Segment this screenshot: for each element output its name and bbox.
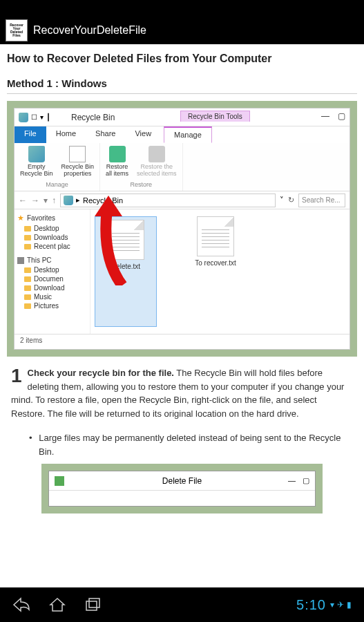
step-1-text: 1 Check your recycle bin for the file. T… [7, 357, 357, 426]
article-content[interactable]: How to Recover Deleted Files from Your C… [0, 44, 364, 587]
tutorial-arrow-annotation [88, 196, 129, 285]
sidebar-thispc-header[interactable]: This PC [17, 256, 87, 264]
sidebar-favorites-group: ★ Favorites Desktop Downloads Recent pla… [17, 214, 87, 251]
recycle-bin-icon [19, 113, 28, 122]
recycle-bin-properties-button[interactable]: Recycle Bin properties [61, 146, 95, 180]
explorer-sidebar: ★ Favorites Desktop Downloads Recent pla… [15, 209, 90, 334]
tab-file[interactable]: File [15, 126, 46, 143]
nav-dropdown-icon[interactable]: ▾ [44, 196, 48, 205]
status-icons: ▾ ✈ ▮ [330, 600, 352, 610]
contextual-tab-label: Recycle Bin Tools [180, 111, 250, 122]
screenshot-1: ☐ ▾ ┃ Recycle Bin Recycle Bin Tools — ▢ … [7, 101, 357, 357]
app-header: Recover Your Deleted Files RecoverYourDe… [0, 17, 364, 44]
qat-dropdown-icon: ▾ [40, 113, 44, 121]
recents-button[interactable] [84, 597, 102, 612]
method-title: Method 1 : Windows [7, 77, 357, 94]
delete-file-dialog: Delete File — ▢ [48, 471, 316, 507]
group-label-manage: Manage [20, 181, 94, 188]
dialog-title: Delete File [162, 476, 202, 486]
folder-icon [24, 244, 31, 249]
svg-rect-0 [86, 601, 97, 610]
file-label: To recover.txt [195, 259, 236, 267]
wifi-icon: ▾ [330, 600, 334, 610]
properties-label: Recycle Bin properties [61, 164, 95, 178]
restore-selected-button[interactable]: Restore the selected items [137, 146, 177, 180]
nav-buttons [12, 597, 102, 612]
sidebar-thispc-group: This PC Desktop Documen Download Music P… [17, 256, 87, 310]
dialog-icon [55, 476, 64, 486]
sidebar-item-documents[interactable]: Documen [17, 274, 87, 283]
restore-all-button[interactable]: Restore all items [106, 146, 128, 180]
titlebar-left: ☐ ▾ ┃ [15, 113, 50, 122]
properties-icon [69, 146, 86, 162]
text-file-icon [197, 216, 234, 256]
group-label-restore: Restore [106, 181, 177, 188]
ribbon: Empty Recycle Bin Recycle Bin properties… [15, 143, 349, 191]
restore-all-icon [109, 146, 126, 162]
sidebar-item-pc-desktop[interactable]: Desktop [17, 265, 87, 274]
sidebar-item-music[interactable]: Music [17, 292, 87, 301]
tab-share[interactable]: Share [86, 126, 125, 143]
pc-icon [17, 257, 24, 264]
ribbon-group-restore: Restore all items Restore the selected i… [100, 143, 183, 191]
refresh-icon[interactable]: ↻ [288, 196, 294, 205]
clock: 5:10 [296, 597, 326, 613]
screenshot-2: Delete File — ▢ [41, 464, 323, 513]
tab-home[interactable]: Home [46, 126, 86, 143]
folder-icon [24, 303, 31, 309]
device-status-bar [0, 0, 364, 17]
folder-icon [24, 235, 31, 241]
minimize-icon[interactable]: — [288, 476, 296, 485]
app-icon-text: Recover Your Deleted Files [6, 23, 27, 37]
star-icon: ★ [17, 214, 24, 223]
sidebar-favorites-header[interactable]: ★ Favorites [17, 214, 87, 223]
sidebar-item-recent[interactable]: Recent plac [17, 242, 87, 251]
file-pane[interactable]: Delete.txt To recover.txt [90, 209, 349, 334]
address-dropdown-icon[interactable]: ˅ [280, 196, 284, 205]
nav-forward-icon[interactable]: → [31, 196, 39, 205]
step-number: 1 [11, 366, 22, 386]
android-nav-bar: 5:10 ▾ ✈ ▮ [0, 587, 364, 622]
thispc-label: This PC [27, 256, 52, 264]
restore-selected-icon [149, 146, 165, 162]
status-area: 5:10 ▾ ✈ ▮ [296, 597, 352, 613]
empty-recycle-bin-button[interactable]: Empty Recycle Bin [20, 146, 53, 180]
search-input[interactable]: Search Re... [298, 194, 345, 207]
address-bar-row: ← → ▾ ↑ ▸ Recycle Bin ˅ ↻ Search Re... [15, 191, 349, 209]
folder-icon [24, 226, 31, 232]
ribbon-tabs: File Home Share View Manage [15, 126, 349, 143]
home-button[interactable] [48, 597, 66, 612]
svg-rect-1 [89, 599, 99, 607]
status-bar: 2 items [15, 334, 349, 349]
tab-manage[interactable]: Manage [164, 126, 212, 143]
search-placeholder: Search Re... [302, 196, 341, 204]
file-to-recover-txt[interactable]: To recover.txt [184, 216, 247, 327]
restore-selected-label: Restore the selected items [137, 164, 177, 178]
address-recycle-icon [64, 196, 73, 205]
back-button[interactable] [12, 597, 30, 612]
sidebar-item-pictures[interactable]: Pictures [17, 301, 87, 310]
explorer-window: ☐ ▾ ┃ Recycle Bin Recycle Bin Tools — ▢ … [14, 108, 350, 350]
ribbon-group-manage: Empty Recycle Bin Recycle Bin properties… [15, 143, 100, 191]
minimize-icon[interactable]: — [321, 111, 329, 121]
maximize-icon[interactable]: ▢ [303, 476, 309, 485]
nav-back-icon[interactable]: ← [19, 196, 27, 205]
folder-icon [24, 276, 31, 282]
window-titlebar: ☐ ▾ ┃ Recycle Bin Recycle Bin Tools — ▢ [15, 109, 349, 126]
sidebar-item-downloads[interactable]: Downloads [17, 233, 87, 242]
restore-all-label: Restore all items [106, 164, 128, 178]
empty-bin-label: Empty Recycle Bin [20, 164, 53, 178]
sidebar-item-download[interactable]: Download [17, 283, 87, 292]
status-text: 2 items [20, 337, 42, 344]
maximize-icon[interactable]: ▢ [338, 111, 345, 121]
dialog-controls: — ▢ [288, 476, 309, 485]
airplane-icon: ✈ [337, 600, 344, 610]
app-icon: Recover Your Deleted Files [6, 19, 28, 41]
qat-separator: ┃ [46, 113, 50, 121]
tab-view[interactable]: View [125, 126, 161, 143]
nav-up-icon[interactable]: ↑ [52, 196, 56, 205]
sidebar-item-desktop[interactable]: Desktop [17, 224, 87, 233]
folder-icon [24, 285, 31, 291]
folder-icon [24, 294, 31, 300]
step-bullet: Large files may be permanently deleted i… [39, 431, 357, 458]
